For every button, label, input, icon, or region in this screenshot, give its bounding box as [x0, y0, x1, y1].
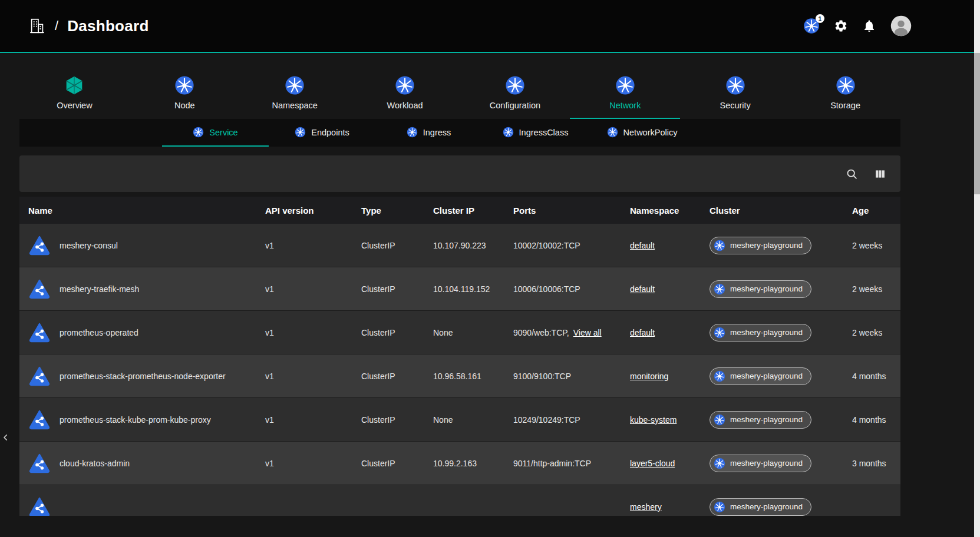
age-cell: 2 weeks: [852, 328, 900, 337]
api-version-cell: v1: [265, 372, 361, 381]
column-header: Name: [28, 205, 265, 216]
cluster-chip[interactable]: meshery-playground: [710, 280, 811, 298]
cluster-count-badge: 1: [816, 14, 824, 23]
table-row[interactable]: cloud-kratos-admin v1 ClusterIP 10.99.2.…: [19, 442, 900, 485]
column-header: Ports: [513, 205, 630, 216]
subtab-ingress[interactable]: Ingress: [375, 119, 482, 147]
cluster-chip[interactable]: meshery-playground: [710, 455, 811, 472]
ports-cell: 10002/10002:TCP: [513, 241, 630, 250]
type-cell: ClusterIP: [361, 459, 433, 468]
namespace-cell: meshery: [630, 502, 710, 512]
kubernetes-icon: [395, 75, 415, 95]
subtab-ingressclass[interactable]: IngressClass: [482, 119, 589, 147]
cluster-ip-cell: 10.99.2.163: [433, 459, 513, 468]
api-version-cell: v1: [265, 328, 361, 337]
nav-tab-label: Configuration: [490, 101, 540, 110]
table-row[interactable]: meshery-traefik-mesh v1 ClusterIP 10.104…: [19, 267, 900, 311]
nav-tab-label: Node: [174, 101, 195, 110]
table-row[interactable]: prometheus-stack-kube-prom-kube-proxy v1…: [19, 398, 900, 442]
subtab-endpoints[interactable]: Endpoints: [269, 119, 375, 147]
organization-icon: [28, 17, 46, 35]
name-cell: prometheus-stack-prometheus-node-exporte…: [28, 365, 265, 387]
kubernetes-icon: [714, 458, 725, 469]
table-row[interactable]: meshery-consul v1 ClusterIP 10.107.90.22…: [19, 224, 900, 267]
cluster-chip[interactable]: meshery-playground: [710, 367, 811, 385]
cluster-cell: meshery-playground: [710, 237, 852, 254]
table-body: meshery-consul v1 ClusterIP 10.107.90.22…: [19, 224, 900, 516]
namespace-link[interactable]: meshery: [630, 502, 662, 512]
namespace-link[interactable]: kube-system: [630, 415, 677, 425]
sub-tab-label: NetworkPolicy: [623, 128, 678, 137]
kubernetes-icon: [285, 75, 305, 95]
namespace-cell: layer5-cloud: [630, 459, 710, 468]
namespace-cell: default: [630, 241, 710, 250]
tab-storage[interactable]: Storage: [790, 75, 900, 119]
table-row[interactable]: meshery meshery-playground: [19, 485, 900, 516]
scrollbar-thumb[interactable]: [974, 53, 980, 194]
column-visibility-icon[interactable]: [874, 168, 886, 180]
name-cell: prometheus-stack-kube-prom-kube-proxy: [28, 409, 265, 431]
kubernetes-icon: [725, 75, 745, 95]
collapse-panel-button[interactable]: [1, 429, 11, 446]
namespace-link[interactable]: layer5-cloud: [630, 459, 675, 468]
service-icon: [28, 321, 51, 344]
table-row[interactable]: prometheus-operated v1 ClusterIP None 90…: [19, 311, 900, 354]
name-cell: meshery-consul: [28, 234, 265, 257]
tab-workload[interactable]: Workload: [350, 75, 460, 119]
namespace-cell: default: [630, 284, 710, 294]
column-header: API version: [265, 205, 361, 216]
service-name: meshery-consul: [60, 241, 118, 250]
age-cell: 4 months: [852, 372, 900, 381]
service-icon: [28, 365, 51, 387]
ports-cell: 9011/http-admin:TCP: [513, 459, 630, 468]
type-cell: ClusterIP: [361, 415, 433, 425]
subtab-networkpolicy[interactable]: NetworkPolicy: [589, 119, 695, 147]
cluster-cell: meshery-playground: [710, 498, 852, 516]
services-table: NameAPI versionTypeCluster IPPortsNamesp…: [19, 197, 900, 516]
meshery-icon: [64, 75, 84, 95]
sub-tab-label: Ingress: [423, 128, 451, 137]
ports-cell: 9100/9100:TCP: [513, 372, 630, 381]
api-version-cell: v1: [265, 284, 361, 294]
kubernetes-icon: [505, 75, 525, 95]
settings-button[interactable]: [834, 19, 848, 33]
tab-network[interactable]: Network: [570, 75, 680, 119]
table-toolbar: [19, 155, 900, 192]
namespace-cell: monitoring: [630, 372, 710, 381]
cluster-cell: meshery-playground: [710, 280, 852, 298]
ports-value: 10249/10249:TCP: [513, 415, 580, 425]
namespace-link[interactable]: monitoring: [630, 372, 668, 381]
view-all-link[interactable]: View all: [573, 328, 602, 337]
tab-overview[interactable]: Overview: [19, 75, 130, 119]
table-row[interactable]: prometheus-stack-prometheus-node-exporte…: [19, 354, 900, 398]
breadcrumb: / Dashboard: [28, 17, 149, 35]
name-cell: meshery-traefik-mesh: [28, 278, 265, 300]
dashboard-content: Overview Node Namespace Workload Configu…: [19, 75, 900, 516]
sub-tab-label: Endpoints: [311, 128, 349, 137]
tab-node[interactable]: Node: [130, 75, 240, 119]
subtab-service[interactable]: Service: [162, 119, 269, 147]
nav-tab-label: Network: [609, 101, 641, 110]
kubernetes-icon: [714, 240, 725, 251]
cluster-chip[interactable]: meshery-playground: [710, 498, 811, 516]
cluster-chip[interactable]: meshery-playground: [710, 324, 811, 342]
page-scrollbar[interactable]: [974, 0, 980, 537]
tab-namespace[interactable]: Namespace: [240, 75, 350, 119]
tab-security[interactable]: Security: [680, 75, 790, 119]
nav-tab-label: Namespace: [272, 101, 318, 110]
service-icon: [28, 234, 51, 257]
cluster-chip[interactable]: meshery-playground: [710, 411, 811, 429]
namespace-link[interactable]: default: [630, 241, 655, 250]
notifications-button[interactable]: [862, 19, 876, 33]
cluster-chip-label: meshery-playground: [730, 415, 803, 424]
sub-tab-label: IngressClass: [519, 128, 569, 137]
namespace-link[interactable]: default: [630, 284, 655, 294]
search-icon[interactable]: [846, 168, 858, 180]
cluster-context-button[interactable]: 1: [803, 18, 820, 34]
tab-configuration[interactable]: Configuration: [460, 75, 570, 119]
user-avatar[interactable]: [890, 15, 912, 37]
namespace-link[interactable]: default: [630, 328, 655, 337]
cluster-chip[interactable]: meshery-playground: [710, 237, 811, 254]
name-cell: cloud-kratos-admin: [28, 452, 265, 475]
namespace-cell: kube-system: [630, 415, 710, 425]
